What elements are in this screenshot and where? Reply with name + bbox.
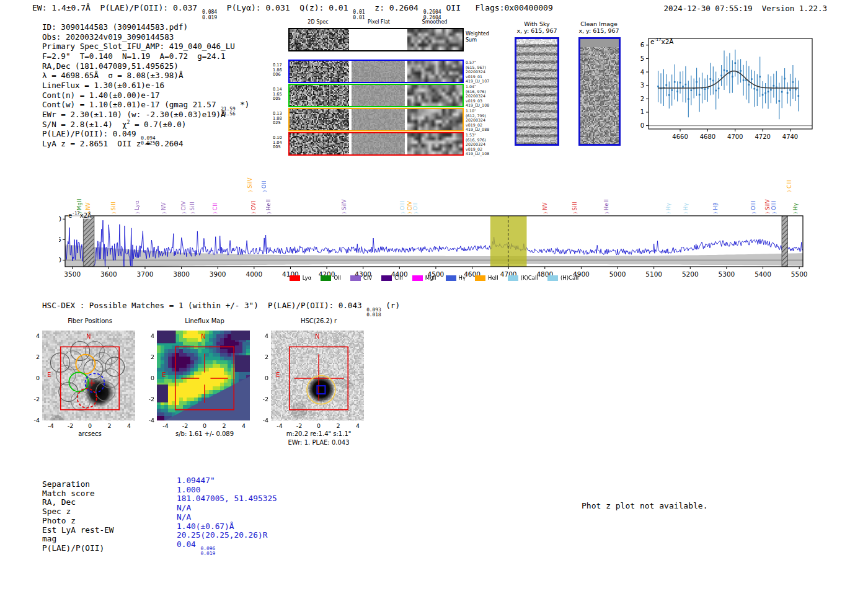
match-table-value: N/A xyxy=(177,512,191,522)
svg-text:4700: 4700 xyxy=(727,133,743,140)
svg-text:4720: 4720 xyxy=(755,133,770,140)
spectral-line-label: CIV{ xyxy=(179,201,188,215)
spectral-line-label: SiIV{ xyxy=(246,177,254,193)
line-label-text: CII xyxy=(212,203,218,210)
line-label-text: NV xyxy=(542,202,548,210)
emission-line-fit-chart: 466046804700472047400123456 xyxy=(639,34,843,143)
info-line: Obs: 20200324v019_3090144583 xyxy=(42,32,174,42)
svg-text:10: 10 xyxy=(59,215,61,223)
line-label-text: OIII xyxy=(771,200,777,210)
line-label-brace: { xyxy=(181,211,186,214)
line-label-text: Hβ xyxy=(712,202,719,210)
spec2d-right-line: v019_01 xyxy=(466,74,489,79)
line-label-text: HeII xyxy=(603,199,609,210)
cutout-title-line: Clean Image xyxy=(556,20,642,27)
spec2d-2d-image xyxy=(290,29,349,50)
panel-y-tick: 0 xyxy=(143,375,154,381)
panel-title: Fiber Positions xyxy=(40,318,140,324)
line-label-brace: { xyxy=(751,211,756,214)
spectral-line-label: Hγ{ xyxy=(791,203,800,215)
line-label-brace: { xyxy=(400,211,405,214)
panel-image-lineflux-map xyxy=(157,331,250,420)
spec2d-right-line: (616, 976) xyxy=(466,89,489,94)
line-label-text: NV xyxy=(85,202,91,210)
panel-y-tick: -2 xyxy=(143,396,154,402)
legend-label: OII xyxy=(334,275,341,281)
line-label-brace: { xyxy=(542,211,547,214)
spec2d-right-line: 1.04" xyxy=(466,84,489,89)
spec2d-row-right-label: 0.57"(615, 967)20200324v019_01419_LU_107 xyxy=(466,60,489,84)
svg-text:4680: 4680 xyxy=(700,133,715,140)
panel-x-tick: -4 xyxy=(45,422,57,429)
legend-label: Hγ xyxy=(459,275,466,281)
panel-x-tick: 0 xyxy=(84,422,96,429)
line-label-brace: { xyxy=(135,211,140,214)
spec2d-right-line: 419_LU_108 xyxy=(466,103,489,108)
line-label-text: Lyα xyxy=(134,200,140,210)
legend-item: (H)CaII xyxy=(547,275,578,281)
info-line: ID: 3090144583 (3090144583.pdf) xyxy=(42,22,188,32)
spec2d-right-line: 20200324 xyxy=(466,118,489,123)
line-label-text: HeII xyxy=(265,199,272,210)
spectral-line-label: NV{ xyxy=(84,202,92,215)
legend-swatch xyxy=(321,275,331,281)
sup-sub-stack: 0.0840.019 xyxy=(202,10,217,20)
spec2d-right-line: 0.57" xyxy=(466,60,489,65)
svg-text:6: 6 xyxy=(640,42,644,48)
panel-x-tick: -4 xyxy=(273,422,286,429)
spec2d-row-right-label: WeightedSum xyxy=(466,31,489,43)
match-table-value: 0.04 0.0960.019 xyxy=(177,540,215,557)
line-label-text: Hγ xyxy=(683,203,689,210)
spec2d-col-title: 2D Spec xyxy=(290,19,346,25)
spec2d-right-line: Sum xyxy=(466,37,489,43)
match-table-label: Est LyA rest-EW xyxy=(42,525,114,535)
spec2d-pixelflat-image xyxy=(352,61,405,82)
spectral-line-label: OIII{ xyxy=(749,200,758,215)
line-label-text: OIII xyxy=(399,200,405,210)
panel-y-tick: 0 xyxy=(257,375,268,381)
header-timestamp-version: 2024-12-30 07:55:19 Version 1.22.3 xyxy=(664,4,827,13)
info-line: LyA z = 2.8651 OII z = 0.2604 xyxy=(42,139,183,148)
legend-label: CIV xyxy=(363,275,372,281)
spec2d-pixelflat-image xyxy=(352,109,405,130)
elixer-detection-report: EW: 1.4±0.7Å P(LAE)/P(OII): 0.037 0.0840… xyxy=(0,0,868,591)
line-label-brace: { xyxy=(604,211,609,214)
line-label-brace: { xyxy=(86,211,91,214)
match-table-value: 20.25(20.25,20.26)R xyxy=(177,530,267,540)
svg-text:4740: 4740 xyxy=(782,133,798,140)
panel-title: Lineflux Map xyxy=(155,318,254,324)
panel-y-tick: 4 xyxy=(257,332,268,339)
match-table-value: 1.09447" xyxy=(177,476,215,485)
spec2d-2d-image xyxy=(290,85,349,106)
spectral-line-label: OII{ xyxy=(411,202,420,215)
spec2d-2d-image xyxy=(290,109,349,130)
legend-swatch xyxy=(381,275,392,281)
panel-y-tick: 2 xyxy=(257,353,268,360)
spectral-line-label: Lyα{ xyxy=(133,200,141,215)
panel-y-tick: -2 xyxy=(257,396,268,402)
legend-label: MgII xyxy=(425,275,436,281)
panel-y-tick: -4 xyxy=(29,417,40,424)
info-line: Cont(n) = 1.40(±0.00)e-17 xyxy=(42,91,160,100)
line-label-brace: { xyxy=(666,211,671,214)
info-line: EWr = 2.30(±1.10) (w: -2.30(±0.03)e19)Å xyxy=(42,110,226,119)
spec2d-right-line: 419_LU_088 xyxy=(466,127,489,132)
line-label-brace: { xyxy=(161,211,166,214)
spec2d-left-line: 005 xyxy=(273,97,286,102)
line-label-text: OVI xyxy=(250,200,257,210)
line-label-text: CIII xyxy=(786,179,792,189)
spectral-line-label: NV{ xyxy=(159,202,168,215)
match-table-label: Spec z xyxy=(42,507,71,516)
panel-y-tick: 2 xyxy=(143,353,154,360)
line-label-text: OIII xyxy=(750,200,756,210)
match-table-label: P(LAE)/P(OII) xyxy=(42,543,104,553)
superscript: 2 xyxy=(126,120,130,125)
line-label-brace: { xyxy=(251,211,256,214)
line-label-brace: { xyxy=(262,190,267,192)
line-label-brace: { xyxy=(713,211,718,214)
line-label-brace: { xyxy=(413,211,418,214)
panel-x-tick: 0 xyxy=(312,422,325,429)
info-line: λ = 4698.65Å σ = 8.08(±3.98)Å xyxy=(42,71,183,80)
spec2d-smoothed-image xyxy=(407,133,463,154)
spec2d-pixelflat-image xyxy=(352,29,405,50)
